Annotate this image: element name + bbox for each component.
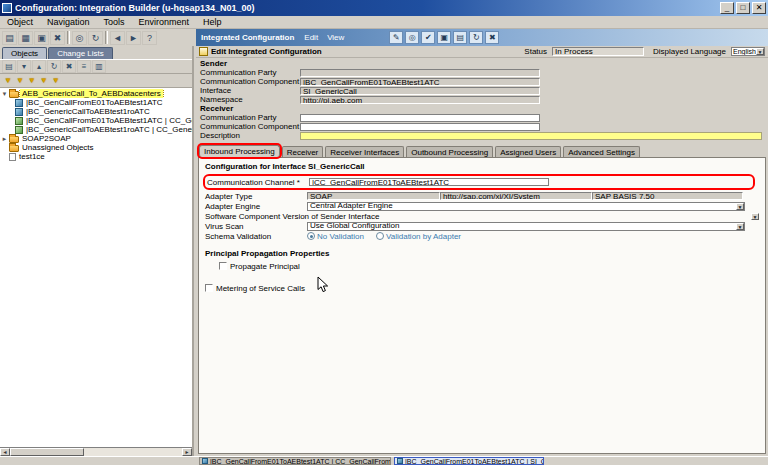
maximize-button[interactable]: □	[736, 2, 750, 14]
filter-icon[interactable]: ▼	[16, 75, 24, 87]
menu-help[interactable]: Help	[196, 16, 229, 29]
filter-icon[interactable]: ▼	[28, 75, 36, 87]
receiver-communication-component-field[interactable]	[300, 123, 540, 131]
sender-communication-component-field[interactable]: |BC_GenCallFromE01ToAEBtest1ATC	[300, 78, 540, 86]
tree-item-folder[interactable]: Unassigned Objects	[0, 143, 192, 152]
tab-receiver-interfaces[interactable]: Receiver Interfaces	[325, 146, 404, 157]
radio-no-validation[interactable]: No Validation	[307, 232, 364, 241]
switch-edit-icon[interactable]: ✎	[389, 31, 403, 44]
adapter-engine-row: Adapter Engine Central Adapter Engine ▼	[205, 201, 759, 211]
radio-label: Validation by Adapter	[386, 232, 461, 241]
check-icon[interactable]: ✔	[421, 31, 435, 44]
tree-item-label: |BC_GenericCallToAEBtest1roATC	[24, 107, 152, 116]
help-icon[interactable]: ?	[142, 31, 157, 45]
tab-advanced-settings[interactable]: Advanced Settings	[563, 146, 640, 157]
tree-item-label: AEB_GenericCall_To_AEBDatacenters	[20, 89, 163, 98]
refresh-icon[interactable]: ↻	[88, 31, 103, 45]
history-icon[interactable]: ↻	[469, 31, 483, 44]
menu-view[interactable]: View	[327, 33, 344, 42]
metering-checkbox[interactable]	[205, 284, 213, 292]
adapter-type-field[interactable]: SOAP	[307, 192, 440, 200]
copy-icon[interactable]: ▣	[437, 31, 451, 44]
tree-item-folder[interactable]: ► SOAP2SOAP	[0, 134, 192, 143]
filter-icon[interactable]: ▼	[4, 75, 12, 87]
chevron-down-icon[interactable]: ▼	[736, 203, 744, 210]
copy-icon[interactable]: ▣	[34, 31, 49, 45]
adapter-engine-select[interactable]: Central Adapter Engine ▼	[307, 202, 745, 211]
search-icon[interactable]: ◎	[72, 31, 87, 45]
propagate-principal-row: Propagate Principal	[219, 261, 759, 271]
swcv-row: Software Component Version of Sender Int…	[205, 211, 759, 221]
tab-outbound-processing[interactable]: Outbound Processing	[406, 146, 493, 157]
open-object-icon[interactable]: ▦	[18, 31, 33, 45]
sender-namespace-field[interactable]: http://pi.aeb.com	[300, 96, 540, 104]
communication-channel-field[interactable]: |CC_GenCallFromE01ToAEBtest1ATC	[309, 178, 549, 186]
scrollbar-track[interactable]	[10, 448, 182, 456]
form-row: Communication Component |BC_GenCallFromE…	[200, 77, 764, 86]
tab-receiver[interactable]: Receiver	[282, 146, 324, 157]
tree-item-business-component[interactable]: |BC_GenCallFromE01ToAEBtest1ATC	[0, 98, 192, 107]
adapter-version-field[interactable]: SAP BASIS 7.50	[592, 192, 743, 200]
sort-icon[interactable]: ≡	[77, 60, 91, 73]
tree-item-communication-channel[interactable]: |BC_GenericCallToAEBtest1roATC | CC_Gene…	[0, 125, 192, 134]
minimize-button[interactable]: _	[720, 2, 734, 14]
tree-item-scenario[interactable]: ▼ AEB_GenericCall_To_AEBDatacenters	[0, 89, 192, 98]
settings-icon[interactable]: ▥	[92, 60, 106, 73]
collapse-all-icon[interactable]: ▴	[32, 60, 46, 73]
menu-tools[interactable]: Tools	[97, 16, 132, 29]
horizontal-scrollbar: ◄ ►	[0, 447, 192, 456]
chevron-down-icon[interactable]: ▼	[751, 213, 759, 220]
open-object-tasks: |BC_GenCallFromE01ToAEBtest1ATC | CC_Gen…	[199, 457, 544, 465]
description-field[interactable]	[300, 132, 762, 140]
back-icon[interactable]: ◄	[110, 31, 125, 45]
scrollbar-thumb[interactable]	[10, 448, 84, 456]
expand-all-icon[interactable]: ▾	[17, 60, 31, 73]
chevron-down-icon[interactable]: ▼	[736, 223, 744, 230]
print-icon[interactable]: ▤	[453, 31, 467, 44]
form-row: Namespace http://pi.aeb.com	[200, 95, 764, 104]
delete-icon[interactable]: ✖	[50, 31, 65, 45]
adapter-namespace-field[interactable]: http://sap.com/xi/XI/System	[440, 192, 592, 200]
radio-icon[interactable]	[307, 232, 315, 240]
scroll-right-button[interactable]: ►	[182, 448, 192, 456]
create-icon[interactable]: ▤	[2, 60, 16, 73]
tree-item-communication-channel[interactable]: |BC_GenCallFromE01ToAEBtest1ATC | CC_Gen…	[0, 116, 192, 125]
radio-validation-by-adapter[interactable]: Validation by Adapter	[376, 232, 461, 241]
receiver-communication-party-field[interactable]	[300, 114, 540, 122]
menu-environment[interactable]: Environment	[132, 16, 197, 29]
menu-edit[interactable]: Edit	[304, 33, 318, 42]
tab-assigned-users[interactable]: Assigned Users	[495, 146, 561, 157]
scroll-left-button[interactable]: ◄	[0, 448, 10, 456]
display-icon[interactable]: ◎	[405, 31, 419, 44]
business-component-icon	[15, 99, 23, 107]
menu-navigation[interactable]: Navigation	[40, 16, 97, 29]
forward-icon[interactable]: ►	[126, 31, 141, 45]
task-integrated-configuration[interactable]: |BC_GenCallFromE01ToAEBtest1ATC | SI_Gen…	[394, 457, 544, 465]
tab-inbound-processing[interactable]: Inbound Processing	[199, 145, 280, 157]
create-object-icon[interactable]: ▤	[2, 31, 17, 45]
refresh-icon[interactable]: ↻	[47, 60, 61, 73]
radio-icon[interactable]	[376, 232, 384, 240]
menu-object[interactable]: Object	[0, 16, 40, 29]
tab-change-lists[interactable]: Change Lists	[48, 47, 113, 59]
tree-item-business-component[interactable]: |BC_GenericCallToAEBtest1roATC	[0, 107, 192, 116]
sender-communication-party-field[interactable]	[300, 69, 540, 77]
filter-icon[interactable]: ▼	[52, 75, 60, 87]
chevron-down-icon[interactable]: ▼	[756, 48, 764, 55]
tab-objects[interactable]: Objects	[2, 47, 47, 59]
virus-scan-select[interactable]: Use Global Configuration ▼	[307, 222, 745, 231]
close-button[interactable]: ✕	[752, 2, 766, 14]
filter-icon[interactable]: ▼	[40, 75, 48, 87]
object-tree: ▼ AEB_GenericCall_To_AEBDatacenters |BC_…	[0, 88, 192, 447]
expand-toggle[interactable]: ►	[0, 136, 9, 142]
task-communication-channel[interactable]: |BC_GenCallFromE01ToAEBtest1ATC | CC_Gen…	[199, 457, 391, 465]
field-label: Communication Component	[200, 122, 300, 131]
close-icon[interactable]: ✖	[485, 31, 499, 44]
delete-icon[interactable]: ✖	[62, 60, 76, 73]
sender-interface-field[interactable]: SI_GenericCall	[300, 87, 540, 95]
propagate-principal-checkbox[interactable]	[219, 262, 227, 270]
tree-item-object[interactable]: test1ce	[0, 152, 192, 161]
language-select[interactable]: English (OL) ▼	[731, 47, 765, 56]
expand-toggle[interactable]: ▼	[0, 91, 9, 97]
task-label: |BC_GenCallFromE01ToAEBtest1ATC | CC_Gen…	[210, 458, 391, 465]
